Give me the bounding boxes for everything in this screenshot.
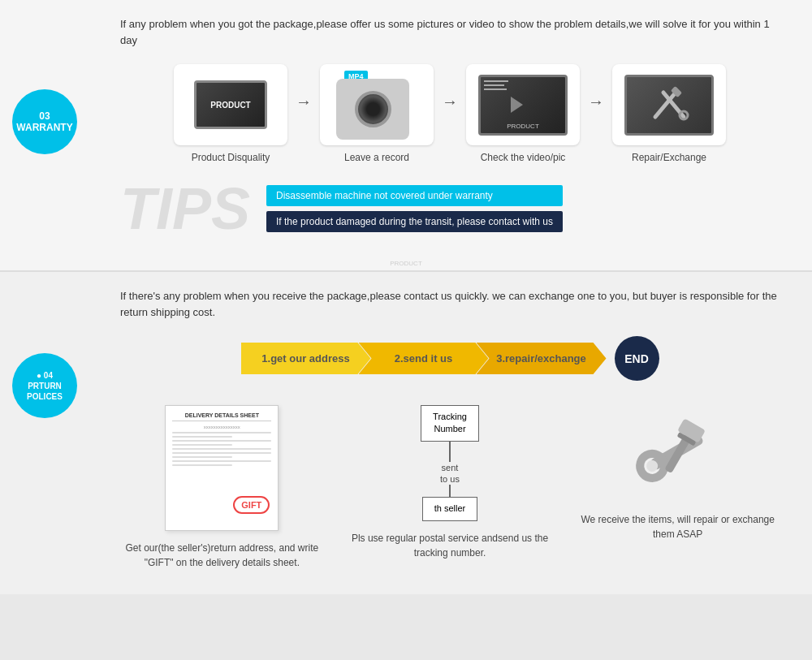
step-icon-product: PRODUCT [174,64,287,145]
flow-label-3: 3.repair/exchange [496,352,586,365]
repair-tools-svg [629,405,727,503]
return-intro-text: If there's any problem when you receive … [120,288,780,320]
tracking-number-box-rebuilt: TrackingNumber [421,405,479,442]
product-screen-icon: PRODUCT [194,80,267,129]
step-icon-camera: MP4 [320,64,434,145]
return-flow: 1.get our address 2.send it us 3.repair/… [120,336,780,381]
step-label-3: Check the video/pic [481,152,566,163]
warranty-steps: PRODUCT Product Disquality → MP4 Leave a… [120,64,780,163]
tips-label: TIPS [120,179,250,238]
return-badge: ● 04PRTURNPOLICES [12,353,77,418]
tools-illustration [629,405,727,503]
return-detail-3: We receive the items, will repair or exc… [576,405,780,570]
seller-box-rebuilt: th seller [422,497,478,520]
camera-body [336,79,409,140]
sheet-lines [172,432,271,466]
sheet-line-9 [172,464,231,466]
sheet-line-8 [172,460,271,462]
arrow-3: → [588,93,604,111]
sheet-line-2 [172,436,231,438]
tips-boxes: Disassemble machine not covered under wa… [266,185,563,232]
flow-end: END [615,336,659,381]
gift-badge: GIFT [233,496,270,514]
section-return: If there's any problem when you receive … [0,272,812,594]
step-icon-repair: PRODUCT [612,64,726,145]
flow-step-box-2: 2.send it us [359,343,489,374]
flow-step-1: 1.get our address [241,343,371,374]
sheet-line-1 [172,432,271,434]
step-repair-exchange: PRODUCT Repair/Exchange [612,64,726,163]
warranty-intro-text: If any problem when you got the package,… [120,16,780,48]
mp4-container: MP4 [336,71,417,140]
flow-step-box-1: 1.get our address [241,343,371,374]
step-icon-video: PRODUCT [466,64,580,145]
arrow-1: → [296,93,312,111]
arrow-2: → [442,93,458,111]
step-check-video: PRODUCT Check the video/pic [466,64,580,163]
sheet-line-3 [172,440,271,442]
tips-section: TIPS Disassemble machine not covered und… [120,179,780,238]
tracking-diagram: TrackingNumber sentto us th seller [421,405,479,521]
step-leave-record: MP4 Leave a record [320,64,434,163]
flow-label-2: 2.send it us [395,352,453,365]
flow-label-1: 1.get our address [261,352,349,365]
return-detail-2-label: Pls use regular postal service andsend u… [348,531,552,560]
step-label-2: Leave a record [344,152,409,163]
sheet-line-4 [172,444,231,446]
page-wrapper: If any problem when you got the package,… [0,0,812,594]
section-warranty: If any problem when you got the package,… [0,0,812,272]
return-detail-3-label: We receive the items, will repair or exc… [576,512,780,541]
return-badge-text: ● 04PRTURNPOLICES [27,370,63,402]
flow-step-3: 3.repair/exchange [489,343,607,374]
camera-lens-icon [355,91,391,127]
tip-1: Disassemble machine not covered under wa… [266,185,563,206]
return-detail-2: TrackingNumber sentto us th seller Pls u… [348,405,552,570]
step-label-1: Product Disquality [192,152,270,163]
sent-to-us-rebuilt: sentto us [440,462,460,485]
flow-step-2: 2.send it us [371,343,489,374]
sheet-line-7 [172,456,231,458]
tip-2: If the product damaged during the transi… [266,211,563,232]
sheet-title: DELIVERY DETAILS SHEET [172,412,271,421]
sheet-subtitle: xxxxxxxxxxxxxxx [172,425,271,429]
video-icon: PRODUCT [478,75,568,136]
return-details: DELIVERY DETAILS SHEET xxxxxxxxxxxxxxx G… [120,405,780,570]
warranty-badge: 03 WARRANTY [12,89,77,154]
sheet-line-6 [172,452,271,454]
sheet-line-5 [172,448,271,450]
delivery-sheet-illustration: DELIVERY DETAILS SHEET xxxxxxxxxxxxxxx G… [165,405,279,531]
flow-step-box-3: 3.repair/exchange [477,343,607,374]
step-product-disquality: PRODUCT Product Disquality [174,64,287,163]
step-label-4: Repair/Exchange [632,152,706,163]
return-detail-1-label: Get our(the seller's)return address, and… [120,541,324,570]
repair-icon: PRODUCT [624,75,714,136]
tools-svg [647,84,692,125]
return-detail-1: DELIVERY DETAILS SHEET xxxxxxxxxxxxxxx G… [120,405,324,570]
